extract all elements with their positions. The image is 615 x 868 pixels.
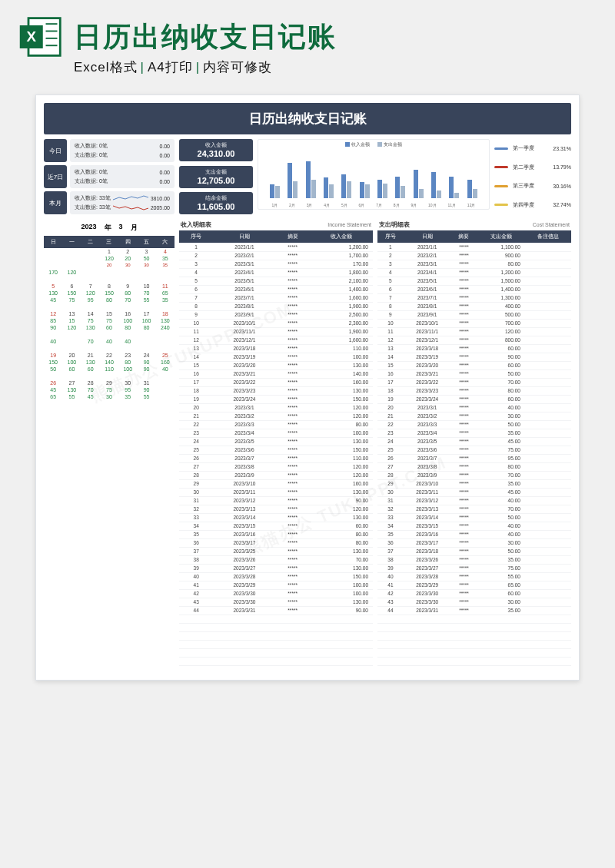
ledger-row[interactable]: 292023/3/10*****160.00 <box>179 479 373 488</box>
cal-cell[interactable]: 65 <box>44 393 62 407</box>
cal-cell[interactable]: 1070 <box>137 283 155 297</box>
ledger-row[interactable]: 122023/12/1*****800.00 <box>377 336 571 344</box>
ledger-row[interactable]: 382023/3/26*****70.00 <box>179 555 373 564</box>
cal-cell[interactable] <box>156 269 175 283</box>
cal-cell[interactable]: 35 <box>156 297 175 310</box>
ledger-row[interactable]: 322023/3/13*****70.00 <box>377 505 571 513</box>
cal-cell[interactable] <box>156 338 175 352</box>
ledger-row[interactable]: 252023/3/6*****150.00 <box>179 446 373 454</box>
ledger-row-empty[interactable] <box>179 615 373 623</box>
ledger-row[interactable]: 62023/6/1*****1,400.00 <box>179 285 373 293</box>
ledger-row[interactable]: 42023/4/1*****1,200.00 <box>377 268 571 277</box>
cal-cell[interactable]: 19150 <box>44 352 62 366</box>
ledger-row[interactable]: 252023/3/6*****75.00 <box>377 446 571 454</box>
ledger-row[interactable]: 152023/3/20*****60.00 <box>377 361 571 369</box>
cal-cell[interactable]: 45 <box>44 297 62 310</box>
ledger-row[interactable]: 372023/3/25*****130.00 <box>179 547 373 555</box>
ledger-row[interactable]: 122023/12/1*****1,600.00 <box>179 336 373 344</box>
ledger-row[interactable]: 12023/1/1*****1,100.00 <box>377 243 571 251</box>
ledger-row[interactable]: 392023/3/27*****75.00 <box>377 564 571 572</box>
cal-cell[interactable] <box>81 269 100 283</box>
ledger-row[interactable]: 302023/3/11*****130.00 <box>179 488 373 496</box>
cal-cell[interactable]: 90 <box>44 324 62 338</box>
cal-cell[interactable]: 80 <box>137 324 155 338</box>
ledger-row[interactable]: 172023/3/22*****160.00 <box>179 378 373 386</box>
cal-cell[interactable]: 95 <box>81 297 100 310</box>
ledger-row[interactable]: 332023/3/14*****130.00 <box>179 513 373 522</box>
cal-cell[interactable]: 21130 <box>81 352 100 366</box>
ledger-row[interactable]: 22023/2/1*****900.00 <box>377 251 571 260</box>
cal-cell[interactable]: 75 <box>62 297 81 310</box>
ledger-row[interactable]: 262023/3/7*****95.00 <box>377 454 571 462</box>
cal-cell[interactable]: 90 <box>137 366 155 379</box>
ledger-row[interactable]: 362023/3/17*****30.00 <box>377 538 571 547</box>
cal-cell[interactable]: 20100 <box>62 352 81 366</box>
cal-cell[interactable]: 2975 <box>100 379 118 393</box>
ledger-row-empty[interactable] <box>179 640 373 648</box>
cal-cell[interactable] <box>137 269 155 283</box>
ledger-row-empty[interactable] <box>377 615 571 623</box>
ledger-row[interactable]: 82023/8/1*****1,900.00 <box>179 302 373 310</box>
cal-cell[interactable]: 30 <box>100 393 118 407</box>
ledger-row[interactable]: 232023/3/4*****100.00 <box>179 429 373 437</box>
ledger-row-empty[interactable] <box>179 648 373 657</box>
ledger-row[interactable]: 42023/4/1*****1,800.00 <box>179 268 373 277</box>
ledger-row[interactable]: 22023/2/1*****1,700.00 <box>179 251 373 260</box>
ledger-row[interactable]: 192023/3/24*****150.00 <box>179 395 373 403</box>
cal-cell[interactable]: 2645 <box>44 379 62 393</box>
cal-cell[interactable]: 55 <box>137 297 155 310</box>
ledger-row[interactable]: 112023/11/1*****1,900.00 <box>179 327 373 336</box>
cal-cell[interactable]: 110 <box>100 366 118 379</box>
ledger-row[interactable]: 132023/3/18*****110.00 <box>179 344 373 353</box>
ledger-row[interactable]: 242023/3/5*****45.00 <box>377 437 571 446</box>
ledger-row[interactable]: 272023/3/8*****80.00 <box>377 462 571 471</box>
ledger-row[interactable]: 342023/3/15*****60.00 <box>179 522 373 530</box>
cal-cell[interactable] <box>62 338 81 352</box>
ledger-row[interactable]: 292023/3/10*****35.00 <box>377 479 571 488</box>
cal-cell[interactable]: 5130 <box>44 283 62 297</box>
ledger-row[interactable]: 182023/3/23*****80.00 <box>377 386 571 395</box>
cal-cell[interactable]: 60 <box>100 324 118 338</box>
ledger-row[interactable]: 242023/3/5*****130.00 <box>179 437 373 446</box>
cal-cell[interactable]: 2870 <box>81 379 100 393</box>
ledger-row[interactable]: 32023/3/1*****80.00 <box>377 260 571 268</box>
ledger-row-empty[interactable] <box>377 648 571 657</box>
ledger-row-empty[interactable] <box>377 640 571 648</box>
cal-cell[interactable]: 35030 <box>137 248 155 269</box>
cal-cell[interactable]: 17160 <box>137 310 155 324</box>
ledger-row[interactable]: 72023/7/1*****1,300.00 <box>377 293 571 302</box>
ledger-row[interactable]: 352023/3/16*****80.00 <box>179 530 373 538</box>
cal-cell[interactable]: 112020 <box>100 248 118 269</box>
cal-cell[interactable]: 1475 <box>81 310 100 324</box>
ledger-row[interactable]: 162023/3/21*****50.00 <box>377 369 571 378</box>
ledger-row[interactable]: 422023/3/30*****60.00 <box>377 589 571 598</box>
cal-cell[interactable]: 6150 <box>62 283 81 297</box>
ledger-row[interactable]: 222023/3/3*****80.00 <box>179 420 373 429</box>
cal-cell[interactable]: 25160 <box>156 352 175 366</box>
ledger-row[interactable]: 442023/3/31*****90.00 <box>179 606 373 615</box>
cal-cell[interactable]: 100 <box>118 366 137 379</box>
cal-cell[interactable]: 120 <box>62 269 81 283</box>
ledger-row[interactable]: 142023/3/19*****90.00 <box>377 353 571 361</box>
ledger-row-empty[interactable] <box>179 623 373 631</box>
ledger-row[interactable]: 362023/3/17*****80.00 <box>179 538 373 547</box>
ledger-row-empty[interactable] <box>377 631 571 640</box>
cal-cell[interactable]: 1285 <box>44 310 62 324</box>
ledger-row[interactable]: 162023/3/21*****140.00 <box>179 369 373 378</box>
ledger-row[interactable]: 52023/5/1*****1,500.00 <box>377 277 571 285</box>
cal-cell[interactable] <box>44 248 62 269</box>
cal-cell[interactable]: 40 <box>156 366 175 379</box>
ledger-row[interactable]: 202023/3/1*****40.00 <box>377 403 571 412</box>
cal-cell[interactable]: 240 <box>156 324 175 338</box>
ledger-row[interactable]: 282023/3/9*****120.00 <box>179 471 373 479</box>
cal-cell[interactable]: 35 <box>118 393 137 407</box>
cal-cell[interactable]: 27130 <box>62 379 81 393</box>
ledger-row[interactable]: 212023/3/2*****120.00 <box>179 412 373 420</box>
ledger-row[interactable]: 312023/3/12*****40.00 <box>377 496 571 505</box>
ledger-row[interactable]: 232023/3/4*****35.00 <box>377 429 571 437</box>
cal-cell[interactable]: 60 <box>62 366 81 379</box>
cal-cell[interactable]: 70 <box>81 338 100 352</box>
cal-cell[interactable]: 22140 <box>100 352 118 366</box>
ledger-row-empty[interactable] <box>179 657 373 665</box>
ledger-row[interactable]: 272023/3/8*****120.00 <box>179 462 373 471</box>
